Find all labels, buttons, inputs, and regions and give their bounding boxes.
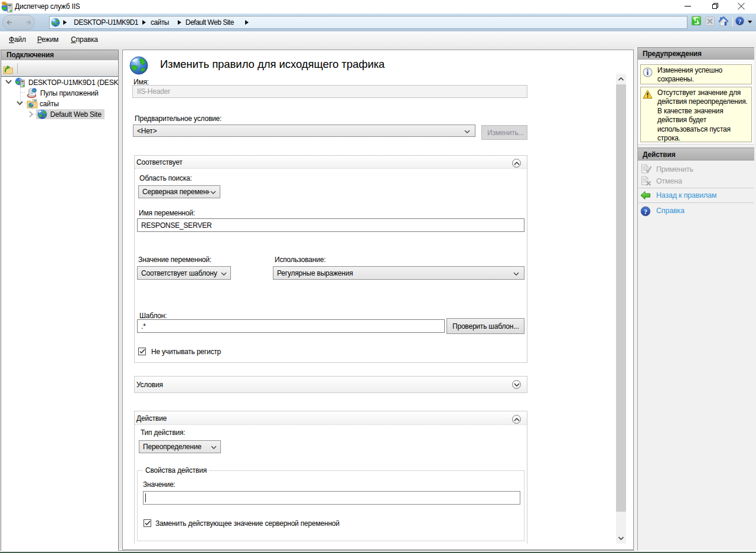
svg-text:?: ? — [738, 18, 742, 25]
svg-text:?: ? — [644, 208, 647, 216]
